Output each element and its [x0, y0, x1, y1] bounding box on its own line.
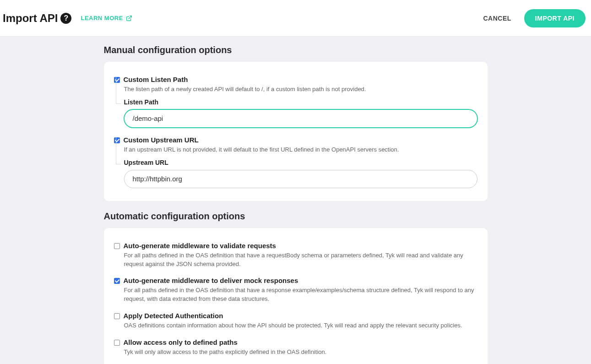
- learn-more-label: LEARN MORE: [81, 15, 123, 22]
- mock-responses-desc: For all paths defined in the OAS definit…: [124, 286, 477, 304]
- cancel-button[interactable]: CANCEL: [483, 15, 511, 22]
- page-title: Import API: [3, 12, 58, 25]
- help-icon[interactable]: ?: [60, 13, 71, 24]
- upstream-url-field: Upstream URL: [124, 159, 477, 188]
- automatic-config-section: Automatic configuration options Auto-gen…: [104, 211, 488, 364]
- custom-upstream-url-desc: If an upstream URL is not provided, it w…: [124, 146, 477, 154]
- header-left: Import API ? LEARN MORE: [3, 12, 132, 25]
- page-header: Import API ? LEARN MORE CANCEL IMPORT AP…: [0, 0, 591, 37]
- mock-responses-option: Auto-generate middleware to deliver mock…: [114, 277, 477, 304]
- listen-path-field: Listen Path: [124, 98, 477, 128]
- custom-listen-path-desc: The listen path of a newly created API w…: [124, 85, 477, 94]
- custom-listen-path-checkbox[interactable]: [114, 77, 120, 83]
- listen-path-label: Listen Path: [124, 98, 477, 106]
- apply-auth-desc: OAS definitions contain information abou…: [124, 321, 477, 330]
- apply-auth-option: Apply Detected Authentication OAS defini…: [114, 312, 477, 330]
- apply-auth-checkbox[interactable]: [114, 313, 120, 319]
- allow-defined-label: Allow access only to defined paths: [124, 338, 238, 346]
- automatic-section-title: Automatic configuration options: [104, 211, 488, 222]
- validate-requests-desc: For all paths defined in the OAS definit…: [124, 251, 477, 269]
- validate-requests-label: Auto-generate middleware to validate req…: [124, 242, 276, 250]
- mock-responses-label: Auto-generate middleware to deliver mock…: [124, 277, 298, 284]
- learn-more-link[interactable]: LEARN MORE: [81, 15, 132, 22]
- validate-requests-checkbox[interactable]: [114, 243, 120, 249]
- manual-section-title: Manual configuration options: [104, 45, 488, 55]
- header-right: CANCEL IMPORT API: [483, 9, 586, 27]
- validate-requests-option: Auto-generate middleware to validate req…: [114, 242, 477, 269]
- apply-auth-label: Apply Detected Authentication: [124, 312, 223, 320]
- allow-defined-desc: Tyk will only allow access to the paths …: [124, 348, 477, 357]
- custom-listen-path-option: Custom Listen Path The listen path of a …: [114, 76, 477, 128]
- external-link-icon: [126, 15, 132, 22]
- manual-config-section: Manual configuration options Custom List…: [104, 45, 488, 201]
- listen-path-input[interactable]: [124, 109, 477, 128]
- custom-upstream-url-option: Custom Upstream URL If an upstream URL i…: [114, 136, 477, 188]
- manual-config-card: Custom Listen Path The listen path of a …: [104, 62, 488, 201]
- content: Manual configuration options Custom List…: [0, 37, 591, 364]
- upstream-url-input[interactable]: [124, 170, 477, 188]
- allow-defined-checkbox[interactable]: [114, 340, 120, 346]
- automatic-config-card: Auto-generate middleware to validate req…: [104, 228, 488, 364]
- mock-responses-checkbox[interactable]: [114, 278, 120, 284]
- import-api-button[interactable]: IMPORT API: [524, 9, 586, 27]
- upstream-url-label: Upstream URL: [124, 159, 477, 166]
- custom-upstream-url-label: Custom Upstream URL: [124, 136, 199, 144]
- custom-listen-path-label: Custom Listen Path: [124, 76, 188, 83]
- allow-defined-option: Allow access only to defined paths Tyk w…: [114, 338, 477, 357]
- custom-upstream-url-checkbox[interactable]: [114, 137, 120, 143]
- svg-line-0: [129, 16, 131, 18]
